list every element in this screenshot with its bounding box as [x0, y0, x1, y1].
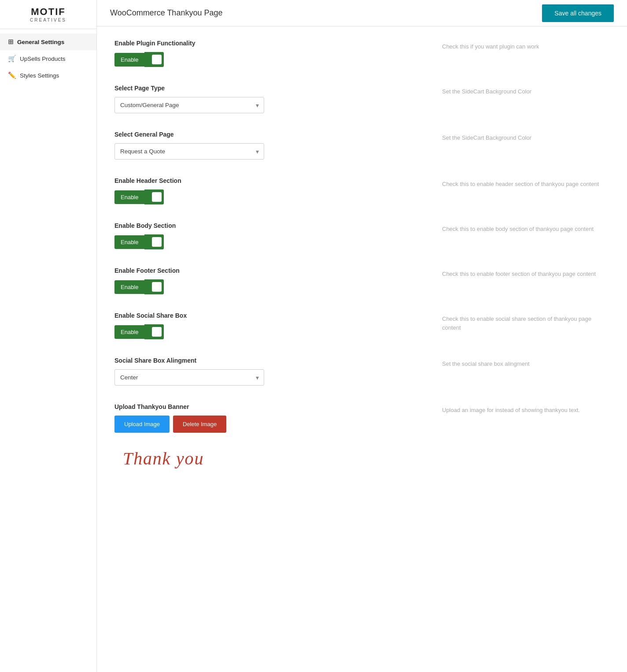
- toggle-container: Enable: [114, 234, 433, 249]
- setting-enable-header: Enable Header Section Enable Check this …: [114, 177, 609, 204]
- toggle-label[interactable]: Enable: [114, 190, 144, 204]
- toggle-knob: [152, 327, 162, 337]
- grid-icon: ⊞: [8, 38, 14, 46]
- toggle-container: Enable: [114, 52, 433, 67]
- logo: MOTIF CREATIVES: [0, 0, 96, 29]
- setting-hint: Check this if you want plugin can work: [442, 42, 539, 51]
- setting-label: Enable Body Section: [114, 222, 433, 229]
- setting-left: Enable Plugin Functionality Enable: [114, 40, 433, 67]
- sidebar-item-label: UpSells Products: [20, 56, 66, 62]
- setting-label: Enable Plugin Functionality: [114, 40, 433, 47]
- sidebar-nav: ⊞ General Settings 🛒 UpSells Products ✏️…: [0, 29, 96, 88]
- toggle-container: Enable: [114, 279, 433, 294]
- alignment-select[interactable]: Center Left Right: [114, 369, 264, 386]
- setting-enable-social-share: Enable Social Share Box Enable Check thi…: [114, 312, 609, 339]
- setting-label: Upload Thankyou Banner: [114, 403, 433, 410]
- logo-motif: MOTIF: [30, 6, 66, 18]
- setting-right: Upload an image for instead of showing t…: [442, 403, 609, 475]
- setting-right: Check this to enable social share sectio…: [442, 312, 609, 339]
- sidebar-item-upsells-products[interactable]: 🛒 UpSells Products: [0, 50, 96, 67]
- toggle-switch[interactable]: [144, 189, 164, 204]
- setting-hint: Set the SideCart Background Color: [442, 87, 531, 96]
- setting-left: Select Page Type Custom/General Page Woo…: [114, 85, 433, 113]
- setting-select-general-page: Select General Page Request a Quote Home…: [114, 131, 609, 160]
- logo-creatives: CREATIVES: [30, 18, 66, 22]
- setting-label: Enable Social Share Box: [114, 312, 433, 319]
- setting-left: Enable Body Section Enable: [114, 222, 433, 249]
- save-all-changes-button[interactable]: Save all changes: [542, 4, 614, 22]
- select-wrapper: Request a Quote Home Contact Us About: [114, 143, 264, 160]
- setting-hint: Check this to enable social share sectio…: [442, 315, 609, 332]
- setting-label: Select General Page: [114, 131, 433, 138]
- toggle-knob: [152, 192, 162, 202]
- setting-upload-banner: Upload Thankyou Banner Upload Image Dele…: [114, 403, 609, 475]
- toggle-label[interactable]: Enable: [114, 280, 144, 294]
- header-bar: WooCommerce Thankyou Page Save all chang…: [97, 0, 627, 26]
- setting-left: Enable Header Section Enable: [114, 177, 433, 204]
- sidebar-item-styles-settings[interactable]: ✏️ Styles Settings: [0, 67, 96, 84]
- setting-label: Select Page Type: [114, 85, 433, 92]
- setting-hint: Set the social share box alingment: [442, 360, 530, 368]
- setting-label: Enable Header Section: [114, 177, 433, 184]
- setting-right: Set the SideCart Background Color: [442, 131, 609, 160]
- setting-label: Enable Footer Section: [114, 267, 433, 274]
- thankyou-preview-image: Thank you: [114, 440, 211, 475]
- setting-left: Enable Footer Section Enable: [114, 267, 433, 294]
- setting-enable-footer: Enable Footer Section Enable Check this …: [114, 267, 609, 294]
- page-title: WooCommerce Thankyou Page: [110, 8, 222, 18]
- setting-select-page-type: Select Page Type Custom/General Page Woo…: [114, 85, 609, 113]
- sidebar: MOTIF CREATIVES ⊞ General Settings 🛒 UpS…: [0, 0, 97, 672]
- setting-label: Social Share Box Alingment: [114, 357, 433, 364]
- setting-right: Check this if you want plugin can work: [442, 40, 609, 67]
- toggle-knob: [152, 237, 162, 247]
- setting-left: Social Share Box Alingment Center Left R…: [114, 357, 433, 386]
- setting-hint: Upload an image for instead of showing t…: [442, 406, 580, 415]
- setting-right: Check this to enable body section of tha…: [442, 222, 609, 249]
- toggle-switch[interactable]: [144, 279, 164, 294]
- toggle-container: Enable: [114, 324, 433, 339]
- setting-hint: Check this to enable body section of tha…: [442, 225, 594, 234]
- sidebar-item-label: Styles Settings: [20, 72, 59, 79]
- cart-icon: 🛒: [8, 55, 16, 63]
- delete-image-button[interactable]: Delete Image: [173, 416, 226, 433]
- page-type-select[interactable]: Custom/General Page WooCommerce Order Pa…: [114, 97, 264, 113]
- setting-hint: Check this to enable header section of t…: [442, 180, 599, 189]
- sidebar-item-general-settings[interactable]: ⊞ General Settings: [0, 33, 96, 50]
- upload-image-button[interactable]: Upload Image: [114, 416, 170, 433]
- settings-content: Enable Plugin Functionality Enable Check…: [97, 26, 627, 672]
- sidebar-item-label: General Settings: [17, 39, 64, 45]
- toggle-knob: [152, 282, 162, 292]
- toggle-switch[interactable]: [144, 324, 164, 339]
- general-page-select[interactable]: Request a Quote Home Contact Us About: [114, 143, 264, 160]
- toggle-container: Enable: [114, 189, 433, 204]
- setting-left: Enable Social Share Box Enable: [114, 312, 433, 339]
- setting-left: Upload Thankyou Banner Upload Image Dele…: [114, 403, 433, 475]
- select-wrapper: Center Left Right: [114, 369, 264, 386]
- setting-social-share-alignment: Social Share Box Alingment Center Left R…: [114, 357, 609, 386]
- setting-right: Set the social share box alingment: [442, 357, 609, 386]
- setting-right: Set the SideCart Background Color: [442, 85, 609, 113]
- select-wrapper: Custom/General Page WooCommerce Order Pa…: [114, 97, 264, 113]
- main-panel: WooCommerce Thankyou Page Save all chang…: [97, 0, 627, 672]
- toggle-label[interactable]: Enable: [114, 53, 144, 67]
- setting-right: Check this to enable header section of t…: [442, 177, 609, 204]
- toggle-label[interactable]: Enable: [114, 235, 144, 249]
- toggle-switch[interactable]: [144, 234, 164, 249]
- setting-hint: Check this to enable footer section of t…: [442, 270, 596, 278]
- setting-enable-body: Enable Body Section Enable Check this to…: [114, 222, 609, 249]
- setting-left: Select General Page Request a Quote Home…: [114, 131, 433, 160]
- setting-enable-plugin: Enable Plugin Functionality Enable Check…: [114, 40, 609, 67]
- setting-right: Check this to enable footer section of t…: [442, 267, 609, 294]
- upload-buttons: Upload Image Delete Image: [114, 416, 433, 433]
- toggle-label[interactable]: Enable: [114, 325, 144, 339]
- toggle-knob: [152, 55, 162, 64]
- pencil-icon: ✏️: [8, 71, 16, 79]
- setting-hint: Set the SideCart Background Color: [442, 134, 531, 142]
- toggle-switch[interactable]: [144, 52, 164, 67]
- svg-text:Thank you: Thank you: [123, 449, 204, 468]
